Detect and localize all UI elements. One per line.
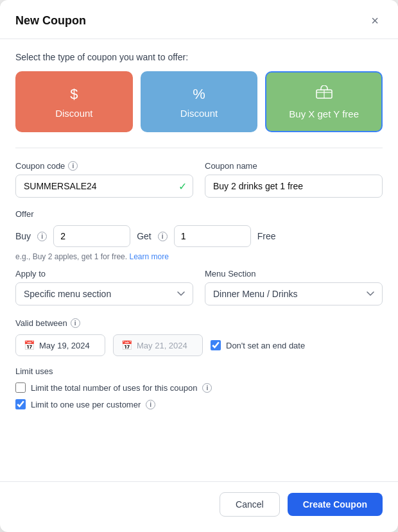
- coupon-type-section-label: Select the type of coupon you want to of…: [15, 52, 383, 62]
- dont-set-checkbox[interactable]: [211, 340, 221, 350]
- per-customer-checkbox[interactable]: [15, 399, 26, 409]
- coupon-type-dollar-button[interactable]: $ Discount: [15, 71, 133, 132]
- per-customer-info-icon[interactable]: i: [146, 400, 155, 409]
- total-limit-label: Limit the total number of uses for this …: [31, 383, 197, 393]
- modal-footer: Cancel Create Coupon: [0, 481, 398, 517]
- per-customer-label: Limit to one use per customer: [31, 400, 141, 409]
- start-date-input[interactable]: 📅 May 19, 2024: [15, 334, 105, 356]
- coupon-type-dollar-label: Discount: [55, 108, 92, 119]
- coupon-code-input[interactable]: [15, 175, 193, 198]
- dont-set-end-date-row: Don't set an end date: [211, 340, 305, 350]
- apply-section: Apply to Specific menu section All items…: [15, 269, 383, 305]
- buy-info-icon[interactable]: i: [37, 232, 47, 241]
- new-coupon-modal: New Coupon × Select the type of coupon y…: [0, 0, 398, 532]
- section-divider-1: [15, 148, 383, 148]
- apply-to-label: Apply to: [15, 269, 193, 279]
- percent-icon: %: [193, 86, 205, 103]
- coupon-type-selector: $ Discount % Discount Buy X get Y free: [15, 71, 383, 132]
- offer-hint: e.g., Buy 2 apples, get 1 for free. Lear…: [15, 252, 383, 261]
- coupon-code-input-wrap: ✓: [15, 175, 193, 198]
- date-row: 📅 May 19, 2024 📅 May 21, 2024 Don't set …: [15, 334, 383, 356]
- close-button[interactable]: ×: [367, 13, 383, 28]
- end-date-input[interactable]: 📅 May 21, 2024: [113, 334, 203, 356]
- limit-uses-title: Limit uses: [15, 366, 383, 376]
- coupon-name-input[interactable]: [205, 175, 383, 198]
- coupon-type-bogo-button[interactable]: Buy X get Y free: [265, 71, 383, 132]
- coupon-name-group: Coupon name: [205, 161, 383, 198]
- modal-body: Select the type of coupon you want to of…: [0, 39, 398, 481]
- valid-between-section: Valid between i 📅 May 19, 2024 📅 May 21,…: [15, 318, 383, 356]
- dollar-icon: $: [70, 86, 78, 103]
- get-value-input[interactable]: [174, 225, 251, 247]
- get-info-icon[interactable]: i: [158, 232, 168, 241]
- coupon-type-percent-label: Discount: [180, 108, 218, 119]
- start-date-value: May 19, 2024: [39, 341, 90, 350]
- offer-section: Offer Buy i Get i Free e.g., Buy 2 apple…: [15, 209, 383, 261]
- total-limit-info-icon[interactable]: i: [202, 383, 212, 393]
- per-customer-row: Limit to one use per customer i: [15, 399, 383, 409]
- valid-between-title: Valid between i: [15, 318, 383, 328]
- end-calendar-icon: 📅: [121, 340, 132, 350]
- start-calendar-icon: 📅: [24, 340, 35, 350]
- limit-uses-section: Limit uses Limit the total number of use…: [15, 366, 383, 409]
- coupon-code-group: Coupon code i ✓: [15, 161, 193, 198]
- valid-between-info-icon[interactable]: i: [71, 318, 80, 328]
- bogo-icon: [315, 85, 333, 103]
- coupon-name-label: Coupon name: [205, 161, 383, 171]
- coupon-code-label: Coupon code i: [15, 161, 193, 171]
- modal-title: New Coupon: [15, 14, 86, 28]
- offer-row: Buy i Get i Free: [15, 225, 383, 247]
- free-label: Free: [257, 231, 276, 241]
- end-date-value: May 21, 2024: [137, 341, 187, 350]
- buy-label: Buy: [15, 231, 31, 241]
- total-limit-checkbox[interactable]: [15, 382, 26, 393]
- coupon-code-info-icon[interactable]: i: [68, 161, 78, 171]
- total-limit-row: Limit the total number of uses for this …: [15, 382, 383, 393]
- create-coupon-button[interactable]: Create Coupon: [288, 493, 383, 516]
- dont-set-label: Don't set an end date: [226, 341, 305, 350]
- menu-section-select[interactable]: Dinner Menu / Drinks Lunch Menu: [205, 282, 383, 305]
- menu-section-group: Menu Section Dinner Menu / Drinks Lunch …: [205, 269, 383, 305]
- get-label: Get: [137, 231, 151, 241]
- coupon-code-check-icon: ✓: [178, 180, 187, 193]
- coupon-code-name-row: Coupon code i ✓ Coupon name: [15, 161, 383, 198]
- modal-header: New Coupon ×: [0, 0, 398, 39]
- menu-section-label: Menu Section: [205, 269, 383, 279]
- offer-title: Offer: [15, 209, 383, 219]
- coupon-type-percent-button[interactable]: % Discount: [141, 71, 258, 132]
- buy-value-input[interactable]: [53, 225, 130, 247]
- cancel-button[interactable]: Cancel: [220, 492, 280, 517]
- learn-more-link[interactable]: Learn more: [129, 252, 168, 261]
- coupon-type-bogo-label: Buy X get Y free: [289, 108, 359, 119]
- apply-to-select[interactable]: Specific menu section All items: [15, 282, 193, 305]
- apply-to-group: Apply to Specific menu section All items: [15, 269, 193, 305]
